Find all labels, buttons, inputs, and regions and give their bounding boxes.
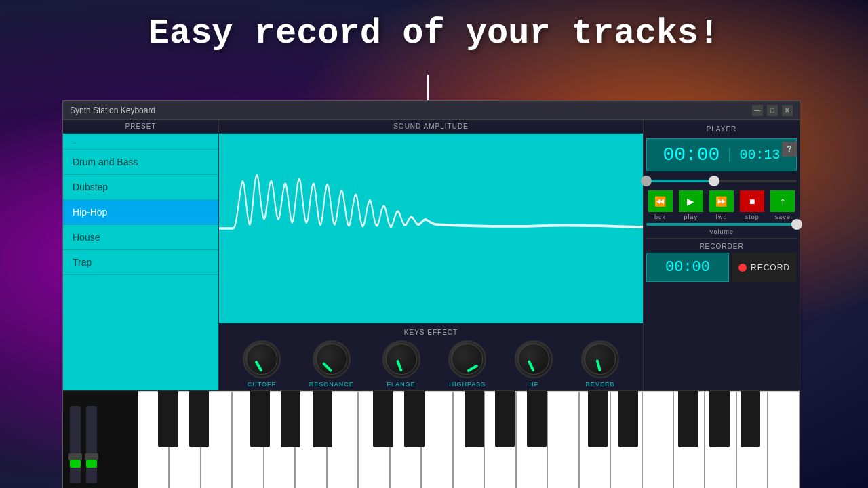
- knob-flange[interactable]: [382, 340, 420, 378]
- preset-item-hiphop[interactable]: Hip-Hop: [63, 200, 218, 225]
- waveform-display: [219, 134, 643, 323]
- key-e5[interactable]: [642, 391, 673, 488]
- key-cs4[interactable]: [373, 391, 393, 447]
- key-gs4[interactable]: [495, 391, 515, 447]
- knob-group-reverb: REVERB: [581, 340, 619, 388]
- maximize-button[interactable]: □: [767, 105, 778, 116]
- pitch-slider-1: [70, 406, 81, 487]
- knob-group-highpass: HIGHPASS: [448, 340, 486, 388]
- key-e4[interactable]: [421, 391, 452, 488]
- stop-label: stop: [745, 214, 760, 220]
- fwd-icon: ⏩: [709, 190, 734, 212]
- key-fs4[interactable]: [465, 391, 484, 447]
- amplitude-panel: SOUND AMPLITUDE KEYS EFFECT: [219, 120, 644, 390]
- key-gs5[interactable]: [709, 391, 729, 447]
- seek-fill: [646, 180, 714, 182]
- knob-hf[interactable]: [515, 340, 553, 378]
- preset-panel: PRESET .. Drum and Bass Dubstep Hip-Hop …: [63, 120, 219, 390]
- key-fs5[interactable]: [678, 391, 698, 447]
- knob-label-cutoff: CUTOFF: [248, 381, 276, 388]
- back-icon: ⏪: [648, 190, 673, 212]
- pitch-slider-2: [86, 406, 97, 487]
- pitch-track-1[interactable]: [70, 406, 81, 483]
- save-icon: ↑: [770, 190, 795, 212]
- key-fs3[interactable]: [250, 391, 270, 447]
- transport-save[interactable]: ↑ save: [770, 190, 795, 220]
- key-b4[interactable]: [547, 391, 578, 488]
- play-label: play: [684, 214, 698, 220]
- close-button[interactable]: ✕: [782, 105, 793, 116]
- preset-item-drum-and-bass[interactable]: Drum and Bass: [63, 150, 218, 175]
- key-cs3[interactable]: [158, 391, 178, 447]
- preset-list: .. Drum and Bass Dubstep Hip-Hop House T…: [63, 134, 218, 390]
- recorder-time: 00:00: [646, 253, 729, 282]
- svg-rect-0: [219, 134, 643, 323]
- knob-cutoff[interactable]: [243, 340, 281, 378]
- pitch-indicator-1: [70, 460, 81, 468]
- key-as5[interactable]: [741, 391, 760, 447]
- help-button[interactable]: ?: [782, 142, 797, 157]
- volume-thumb[interactable]: [791, 219, 802, 230]
- seek-track: [646, 180, 797, 182]
- preset-item-trap[interactable]: Trap: [63, 250, 218, 275]
- seek-thumb-left[interactable]: [641, 176, 652, 186]
- play-icon: ▶: [679, 190, 703, 212]
- knob-highpass[interactable]: [448, 340, 486, 378]
- stop-icon: ■: [740, 190, 764, 212]
- record-label: RECORD: [751, 263, 790, 272]
- amplitude-header: SOUND AMPLITUDE: [219, 120, 643, 134]
- preset-item-house[interactable]: House: [63, 225, 218, 250]
- knob-reverb[interactable]: [581, 340, 619, 378]
- key-as4[interactable]: [527, 391, 547, 447]
- transport-stop[interactable]: ■ stop: [740, 190, 764, 220]
- key-ds5[interactable]: [618, 391, 638, 447]
- key-b5[interactable]: [768, 391, 799, 488]
- save-label: save: [775, 214, 791, 220]
- knob-label-reverb: REVERB: [586, 381, 615, 388]
- titlebar: Synth Station Keyboard — □ ✕: [63, 101, 800, 120]
- key-gs3[interactable]: [281, 391, 300, 447]
- knob-label-highpass: HIGHPASS: [449, 381, 486, 388]
- knob-group-cutoff: CUTOFF: [243, 340, 281, 388]
- player-current-time: 00:00: [663, 144, 719, 165]
- minimize-button[interactable]: —: [752, 105, 763, 116]
- window-controls: — □ ✕: [752, 105, 793, 116]
- transport-fwd[interactable]: ⏩ fwd: [709, 190, 734, 220]
- preset-item-dubstep[interactable]: Dubstep: [63, 175, 218, 200]
- fwd-label: fwd: [715, 214, 727, 220]
- key-ds4[interactable]: [404, 391, 424, 447]
- knob-label-hf: HF: [529, 381, 538, 388]
- transport-buttons: ⏪ bck ▶ play ⏩ fwd ■ stop: [646, 190, 797, 220]
- key-cs5[interactable]: [588, 391, 608, 447]
- knob-resonance[interactable]: [313, 340, 351, 378]
- player-header: PLAYER: [646, 123, 797, 136]
- knob-group-flange: FLANGE: [382, 340, 420, 388]
- record-dot-icon: [738, 264, 747, 272]
- knobs-row: CUTOFF RESONANCE: [222, 340, 640, 388]
- volume-track[interactable]: [646, 223, 797, 226]
- transport-play[interactable]: ▶ play: [679, 190, 703, 220]
- seek-thumb[interactable]: [709, 176, 719, 186]
- preset-item-dotdot[interactable]: ..: [63, 134, 218, 150]
- knob-group-resonance: RESONANCE: [309, 340, 354, 388]
- keys-container: [138, 391, 800, 488]
- volume-label: Volume: [646, 228, 797, 235]
- knob-label-flange: FLANGE: [387, 381, 416, 388]
- pitch-indicator-2: [86, 460, 97, 468]
- key-ds3[interactable]: [189, 391, 209, 447]
- keys-effect-header: KEYS EFFECT: [222, 329, 640, 336]
- recorder-display: 00:00 RECORD: [646, 253, 797, 282]
- player-time-display: 00:00 | 00:13: [646, 138, 797, 171]
- key-as3[interactable]: [313, 391, 332, 447]
- time-separator: |: [725, 146, 734, 163]
- seek-bar[interactable]: [646, 174, 797, 188]
- preset-header: PRESET: [63, 120, 218, 134]
- back-label: bck: [654, 214, 666, 220]
- transport-back[interactable]: ⏪ bck: [648, 190, 673, 220]
- record-button[interactable]: RECORD: [732, 253, 797, 282]
- pitch-track-2[interactable]: [86, 406, 97, 483]
- headline: Easy record of your tracks!: [0, 14, 868, 54]
- main-window: Synth Station Keyboard — □ ✕ PRESET .. D…: [62, 100, 800, 488]
- pitch-sliders: [63, 391, 138, 488]
- recorder-header: RECORDER: [646, 238, 797, 250]
